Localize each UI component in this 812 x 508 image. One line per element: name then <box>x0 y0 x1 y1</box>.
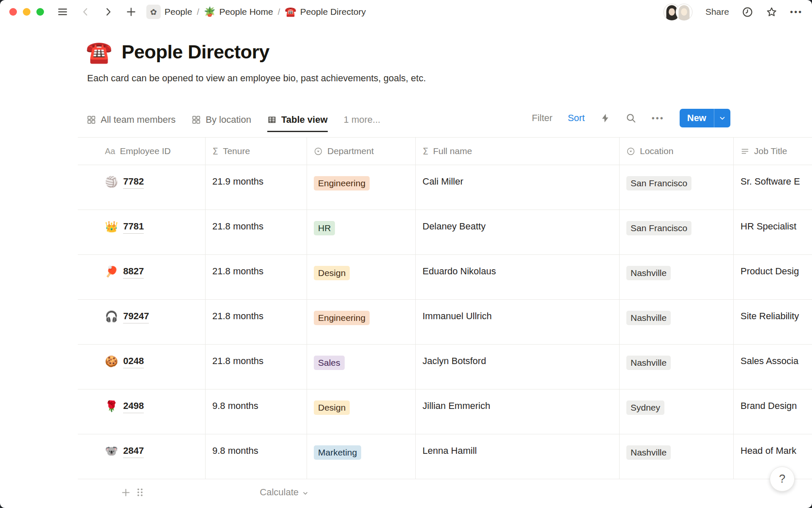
updates-clock-icon[interactable] <box>742 6 753 18</box>
cell-full-name[interactable]: Jillian Emmerich <box>416 389 620 434</box>
cell-full-name[interactable]: Immanuel Ullrich <box>416 300 620 344</box>
calculate-dropdown[interactable]: Calculate <box>153 487 309 498</box>
sidebar-menu-icon[interactable] <box>57 6 69 18</box>
title-property-icon: Aa <box>105 146 115 156</box>
cell-full-name[interactable]: Lenna Hamill <box>416 434 620 479</box>
favorite-star-icon[interactable] <box>766 6 777 18</box>
cell-tenure[interactable]: 21.8 months <box>206 345 307 389</box>
cell-department[interactable]: Engineering <box>307 165 416 210</box>
formula-property-icon: Σ <box>422 146 428 157</box>
close-window-button[interactable] <box>9 8 17 16</box>
cell-employee-id[interactable]: 🍪0248 <box>78 345 206 389</box>
add-row-plus-icon[interactable] <box>118 485 133 500</box>
cell-department[interactable]: HR <box>307 210 416 254</box>
table-row: 🍪024821.8 monthsSalesJaclyn BotsfordNash… <box>78 345 812 389</box>
cell-tenure[interactable]: 21.8 months <box>206 300 307 344</box>
potted-plant-icon: 🪴 <box>204 7 215 17</box>
cell-full-name[interactable]: Cali Miller <box>416 165 620 210</box>
column-header-department[interactable]: Department <box>307 138 416 165</box>
cell-employee-id[interactable]: 🏐7782 <box>78 165 206 210</box>
new-tab-plus-icon[interactable] <box>125 6 137 18</box>
cell-tenure[interactable]: 21.8 months <box>206 210 307 254</box>
page-telephone-icon[interactable]: ☎️ <box>86 41 112 63</box>
employee-id-link[interactable]: 7781 <box>123 221 144 234</box>
location-tag: Nashville <box>626 445 671 460</box>
column-header-employee-id[interactable]: AaEmployee ID <box>78 138 206 165</box>
breadcrumb-item-people-home[interactable]: 🪴People Home <box>204 7 273 17</box>
cell-location[interactable]: Sydney <box>620 389 734 434</box>
help-button[interactable]: ? <box>770 467 795 491</box>
location-tag: Nashville <box>626 266 671 280</box>
view-tab-all-team-members[interactable]: All team members <box>87 114 176 132</box>
column-header-full-name[interactable]: ΣFull name <box>416 138 620 165</box>
cell-location[interactable]: San Francisco <box>620 210 734 254</box>
minimize-window-button[interactable] <box>23 8 30 16</box>
row-emoji-icon: 👑 <box>105 221 118 233</box>
employee-id-link[interactable]: 79247 <box>123 311 149 323</box>
employee-id-link[interactable]: 8827 <box>123 266 144 279</box>
department-tag: Design <box>314 400 350 415</box>
cell-location[interactable]: Nashville <box>620 434 734 479</box>
column-header-job-title[interactable]: Job Title <box>734 138 812 165</box>
automations-lightning-icon[interactable] <box>600 113 610 123</box>
cell-department[interactable]: Engineering <box>307 300 416 344</box>
cell-full-name[interactable]: Eduardo Nikolaus <box>416 255 620 299</box>
filter-button[interactable]: Filter <box>532 113 552 124</box>
view-options-icon[interactable]: ••• <box>652 113 664 123</box>
breadcrumb: ✿People/🪴People Home/☎️People Directory <box>146 5 366 19</box>
cell-job-title[interactable]: Brand Design <box>734 389 812 434</box>
back-icon[interactable] <box>80 6 91 18</box>
cell-tenure[interactable]: 21.9 months <box>206 165 307 210</box>
cell-department[interactable]: Design <box>307 389 416 434</box>
column-header-tenure[interactable]: ΣTenure <box>206 138 307 165</box>
view-tab-table-view[interactable]: Table view <box>267 114 328 132</box>
cell-tenure[interactable]: 9.8 months <box>206 389 307 434</box>
sort-button[interactable]: Sort <box>568 113 584 124</box>
row-emoji-icon: 🎧 <box>105 311 118 323</box>
cell-department[interactable]: Design <box>307 255 416 299</box>
breadcrumb-item-people-directory[interactable]: ☎️People Directory <box>285 7 366 17</box>
cell-employee-id[interactable]: 🎧79247 <box>78 300 206 344</box>
search-icon[interactable] <box>625 113 636 124</box>
cell-job-title[interactable]: Sr. Software E <box>734 165 812 210</box>
cell-job-title[interactable]: Sales Associa <box>734 345 812 389</box>
breadcrumb-item-people[interactable]: ✿People <box>146 5 192 19</box>
new-button-label[interactable]: New <box>680 109 714 127</box>
cell-location[interactable]: Nashville <box>620 345 734 389</box>
cell-department[interactable]: Marketing <box>307 434 416 479</box>
share-button[interactable]: Share <box>705 7 729 17</box>
employee-id-link[interactable]: 2498 <box>123 400 144 413</box>
zoom-window-button[interactable] <box>36 8 44 16</box>
column-header-location[interactable]: Location <box>620 138 734 165</box>
new-button-chevron-down-icon[interactable] <box>714 109 730 127</box>
more-options-icon[interactable]: ••• <box>790 7 803 17</box>
drag-handle-icon[interactable] <box>133 485 147 500</box>
employee-id-link[interactable]: 0248 <box>123 356 144 368</box>
employee-id-link[interactable]: 7782 <box>123 176 144 189</box>
view-tab-by-location[interactable]: By location <box>192 114 251 132</box>
employee-id-link[interactable]: 2847 <box>123 445 144 458</box>
view-tab-1-more[interactable]: 1 more... <box>344 114 381 132</box>
cell-employee-id[interactable]: 🐨2847 <box>78 434 206 479</box>
cell-location[interactable]: Nashville <box>620 300 734 344</box>
cell-location[interactable]: San Francisco <box>620 165 734 210</box>
cell-location[interactable]: Nashville <box>620 255 734 299</box>
cell-full-name[interactable]: Jaclyn Botsford <box>416 345 620 389</box>
row-emoji-icon: 🌹 <box>105 400 118 412</box>
cell-employee-id[interactable]: 🌹2498 <box>78 389 206 434</box>
column-header-label: Full name <box>433 146 472 156</box>
cell-department[interactable]: Sales <box>307 345 416 389</box>
cell-tenure[interactable]: 9.8 months <box>206 434 307 479</box>
chevron-down-icon <box>302 490 309 497</box>
cell-job-title[interactable]: HR Specialist <box>734 210 812 254</box>
cell-employee-id[interactable]: 🏓8827 <box>78 255 206 299</box>
department-tag: Engineering <box>314 176 370 190</box>
forward-icon[interactable] <box>102 6 114 18</box>
cell-job-title[interactable]: Site Reliability <box>734 300 812 344</box>
avatar[interactable] <box>675 3 693 21</box>
cell-job-title[interactable]: Product Desig <box>734 255 812 299</box>
cell-employee-id[interactable]: 👑7781 <box>78 210 206 254</box>
cell-full-name[interactable]: Delaney Beatty <box>416 210 620 254</box>
cell-tenure[interactable]: 21.8 months <box>206 255 307 299</box>
new-button[interactable]: New <box>680 109 730 127</box>
